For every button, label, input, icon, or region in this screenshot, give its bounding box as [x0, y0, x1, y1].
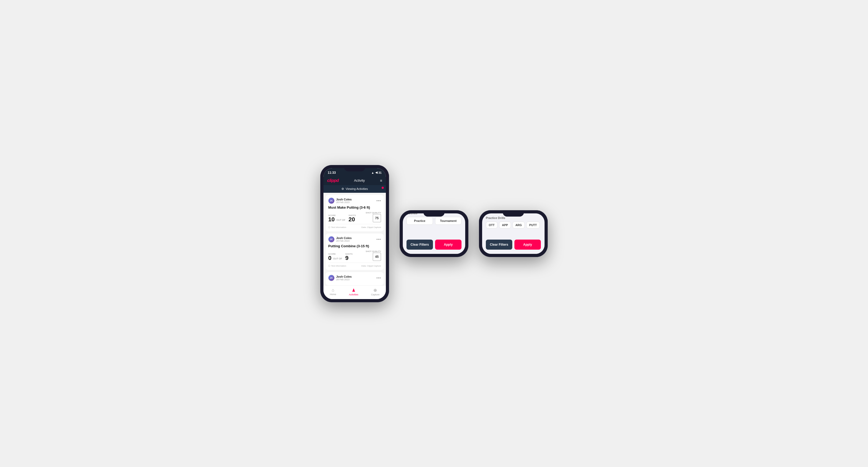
more-btn-1[interactable]: •••: [376, 198, 381, 203]
filter-sheet-3: Filter ✕ Show Rounds Practice Drills Pra…: [482, 213, 545, 254]
activities-label-1: Activities: [349, 293, 359, 296]
info-text-1: Test Information: [331, 226, 346, 228]
avatar-2: JC: [328, 236, 335, 243]
viewing-bar-1[interactable]: ⚙ Viewing Activities: [323, 185, 386, 193]
user-details-3: Josh Coles 28 Feb 2023: [336, 275, 352, 281]
card-header-3: JC Josh Coles 28 Feb 2023 •••: [328, 275, 381, 281]
card-header-1: JC Josh Coles 28 Feb 2023 •••: [328, 197, 381, 204]
footer-info-1: ⓘ Test Information: [328, 226, 346, 229]
activity-card-3: JC Josh Coles 28 Feb 2023 •••: [326, 272, 384, 285]
out-of-group-1: 10 OUT OF: [328, 217, 345, 222]
drills-label-3: Practice Drills: [486, 216, 541, 219]
scene: 11:33 ▲ ◀ 31 clippd Activity ≡ ⚙ Viewing…: [304, 149, 564, 318]
out-of-group-2: 0 OUT OF: [328, 255, 342, 261]
user-info-3: JC Josh Coles 28 Feb 2023: [328, 275, 352, 281]
putt-tag-3[interactable]: PUTT: [526, 222, 540, 228]
avatar-img-1: JC: [329, 198, 334, 204]
activity-card-2: JC Josh Coles 28 Feb 2023 ••• Putting Co…: [326, 234, 384, 270]
phone-1-screen: 11:33 ▲ ◀ 31 clippd Activity ≡ ⚙ Viewing…: [323, 168, 386, 299]
drill-tags-3: OTT APP ARG PUTT: [486, 222, 541, 228]
clear-filters-btn-2[interactable]: Clear Filters: [406, 240, 433, 250]
bottom-nav-1: ⌂ Home ♟ Activities ⊕ Capture: [323, 285, 386, 299]
ott-tag-3[interactable]: OTT: [486, 222, 497, 228]
apply-btn-3[interactable]: Apply: [515, 240, 541, 250]
info-icon-1: ⓘ: [328, 226, 330, 229]
practice-round-btn-2[interactable]: Practice: [406, 217, 433, 225]
out-of-label-1: OUT OF: [336, 219, 345, 221]
footer-data-1: Data: Clippd Capture: [361, 226, 381, 228]
card-footer-1: ⓘ Test Information Data: Clippd Capture: [328, 224, 381, 229]
shots-value-2: 9: [345, 255, 353, 261]
phone-2: 11:33 ▲ ◀ 31 clippd Activity ≡ ⚙ Viewing…: [400, 210, 468, 257]
phone-3-screen: 11:33 ▲ ◀ 31 clippd Activity ≡ ⚙ Viewing…: [482, 213, 545, 254]
notch-2: [424, 210, 444, 217]
signal-icon-1: ▲: [371, 171, 374, 174]
viewing-label-1: Viewing Activities: [346, 187, 368, 190]
nav-capture-1[interactable]: ⊕ Capture: [371, 288, 379, 296]
user-date-3: 28 Feb 2023: [336, 278, 352, 281]
out-of-label-2: OUT OF: [333, 257, 342, 260]
nav-title-1: Activity: [354, 179, 365, 183]
activities-icon-1: ♟: [352, 288, 355, 293]
card-title-2: Putting Combine (3-15 ft): [328, 244, 381, 248]
user-details-2: Josh Coles 28 Feb 2023: [336, 237, 352, 242]
user-name-3: Josh Coles: [336, 275, 352, 278]
capture-icon-1: ⊕: [373, 288, 377, 293]
notch-1: [344, 165, 365, 172]
score-value-2: 0: [328, 255, 331, 261]
arg-tag-3[interactable]: ARG: [513, 222, 525, 228]
user-date-2: 28 Feb 2023: [336, 240, 352, 242]
filter-icon-1: ⚙: [341, 187, 344, 191]
quality-label-2: Shot Quality: [366, 250, 381, 253]
quality-badge-1: 75: [373, 214, 381, 222]
avatar-img-3: JC: [329, 275, 334, 281]
stats-row-2: Score 0 OUT OF Shots 9 Shot Quality: [328, 250, 381, 261]
more-btn-2[interactable]: •••: [376, 237, 381, 242]
capture-label-1: Capture: [371, 293, 379, 296]
sheet-footer-3: Clear Filters Apply: [482, 240, 545, 250]
activity-card-1: JC Josh Coles 28 Feb 2023 ••• Must Make …: [326, 195, 384, 231]
nav-activities-1[interactable]: ♟ Activities: [349, 288, 359, 296]
viewing-dot-1: [382, 187, 384, 189]
sheet-footer-2: Clear Filters Apply: [403, 240, 465, 250]
activity-list-1: JC Josh Coles 28 Feb 2023 ••• Must Make …: [323, 193, 386, 285]
status-icons-1: ▲ ◀ 31: [371, 171, 382, 174]
home-label-1: Home: [330, 293, 336, 295]
tournament-btn-2[interactable]: Tournament: [435, 217, 462, 225]
rounds-toggle-2: Practice Tournament: [406, 217, 462, 225]
nav-home-1[interactable]: ⌂ Home: [330, 288, 336, 296]
footer-info-2: ⓘ Test Information: [328, 264, 346, 267]
card-title-1: Must Make Putting (3-6 ft): [328, 206, 381, 210]
score-group-1: Score 10 OUT OF: [328, 214, 345, 222]
user-info-1: JC Josh Coles 28 Feb 2023: [328, 197, 352, 204]
card-header-2: JC Josh Coles 28 Feb 2023 •••: [328, 236, 381, 243]
app-tag-3[interactable]: APP: [499, 222, 511, 228]
phone-1: 11:33 ▲ ◀ 31 clippd Activity ≡ ⚙ Viewing…: [320, 165, 389, 302]
shots-group-2: Shots 9: [345, 253, 353, 261]
shots-group-1: Shots 20: [348, 214, 356, 222]
avatar-img-2: JC: [329, 237, 334, 242]
avatar-1: JC: [328, 197, 335, 204]
more-btn-3[interactable]: •••: [376, 276, 381, 280]
quality-group-1: Shot Quality 75: [366, 212, 381, 222]
apply-btn-2[interactable]: Apply: [435, 240, 462, 250]
score-group-2: Score 0 OUT OF: [328, 253, 342, 261]
battery-1: 31: [378, 171, 382, 174]
status-time-1: 11:33: [328, 171, 336, 175]
user-date-1: 28 Feb 2023: [336, 201, 352, 204]
user-details-1: Josh Coles 28 Feb 2023: [336, 198, 352, 204]
clear-filters-btn-3[interactable]: Clear Filters: [486, 240, 512, 250]
notch-3: [503, 210, 524, 217]
shots-value-1: 20: [348, 217, 356, 222]
quality-label-1: Shot Quality: [366, 212, 381, 214]
phone-2-screen: 11:33 ▲ ◀ 31 clippd Activity ≡ ⚙ Viewing…: [403, 213, 465, 254]
menu-icon-1[interactable]: ≡: [380, 179, 382, 183]
info-text-2: Test Information: [331, 265, 346, 267]
stats-row-1: Score 10 OUT OF Shots 20 Shot Quality: [328, 212, 381, 222]
quality-group-2: Shot Quality 45: [366, 250, 381, 261]
user-info-2: JC Josh Coles 28 Feb 2023: [328, 236, 352, 243]
wifi-icon-1: ◀: [375, 171, 377, 174]
user-name-1: Josh Coles: [336, 198, 352, 201]
score-value-1: 10: [328, 217, 335, 222]
home-icon-1: ⌂: [332, 288, 334, 292]
